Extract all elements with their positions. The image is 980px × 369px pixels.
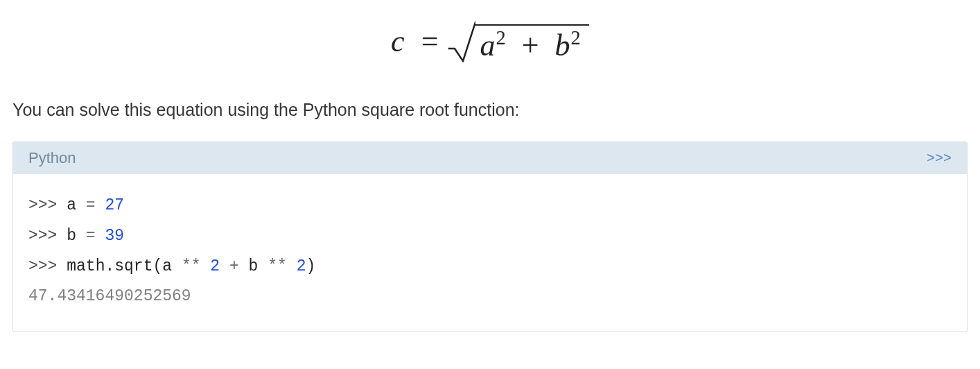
repl-prompt: >>> (28, 227, 57, 245)
number-literal: 27 (105, 196, 124, 214)
power-op: ** (268, 257, 287, 275)
repl-prompt: >>> (28, 196, 57, 214)
number-literal: 39 (105, 227, 124, 245)
plus-op: + (229, 257, 239, 275)
radicand-b: b (555, 28, 570, 62)
equation-block: c = a2 + b2 (12, 0, 968, 76)
radicand-a: a (480, 28, 495, 62)
code-output: 47.43416490252569 (28, 282, 952, 312)
code-line-3: >>> math.sqrt(a ** 2 + b ** 2) (28, 252, 952, 282)
arg-b: b (249, 257, 259, 275)
radicand-b-exp: 2 (571, 27, 581, 49)
repl-prompt: >>> (28, 257, 57, 275)
dot-operator: . (105, 257, 114, 275)
code-header: Python >>> (13, 142, 967, 174)
assign-op: = (86, 196, 96, 214)
equals-sign: = (412, 26, 448, 57)
open-paren: ( (152, 257, 162, 275)
radicand: a2 + b2 (475, 24, 588, 62)
variable-a: a (67, 196, 76, 214)
radicand-a-exp: 2 (496, 27, 505, 49)
code-line-1: >>> a = 27 (28, 191, 952, 221)
description-paragraph: You can solve this equation using the Py… (12, 97, 968, 122)
module-name: math (67, 257, 105, 275)
variable-b: b (67, 227, 76, 245)
code-block: Python >>> >>> a = 27 >>> b = 39 >>> mat… (12, 141, 968, 332)
equation-lhs: c (391, 26, 412, 57)
close-paren: ) (306, 257, 315, 275)
code-body: >>> a = 27 >>> b = 39 >>> math.sqrt(a **… (13, 174, 967, 332)
square-root: a2 + b2 (448, 21, 588, 62)
assign-op: = (86, 227, 96, 245)
radical-icon (448, 21, 475, 62)
radicand-plus: + (514, 28, 548, 62)
pythagoras-equation: c = a2 + b2 (391, 21, 589, 62)
number-literal: 2 (210, 257, 220, 275)
document-page: c = a2 + b2 You can solve this equation … (0, 0, 980, 332)
code-line-2: >>> b = 39 (28, 221, 952, 252)
function-name: sqrt (114, 257, 152, 275)
prompt-toggle-icon[interactable]: >>> (927, 151, 952, 166)
arg-a: a (162, 257, 172, 275)
power-op: ** (182, 257, 201, 275)
code-language-label: Python (28, 149, 76, 167)
number-literal: 2 (297, 257, 306, 275)
